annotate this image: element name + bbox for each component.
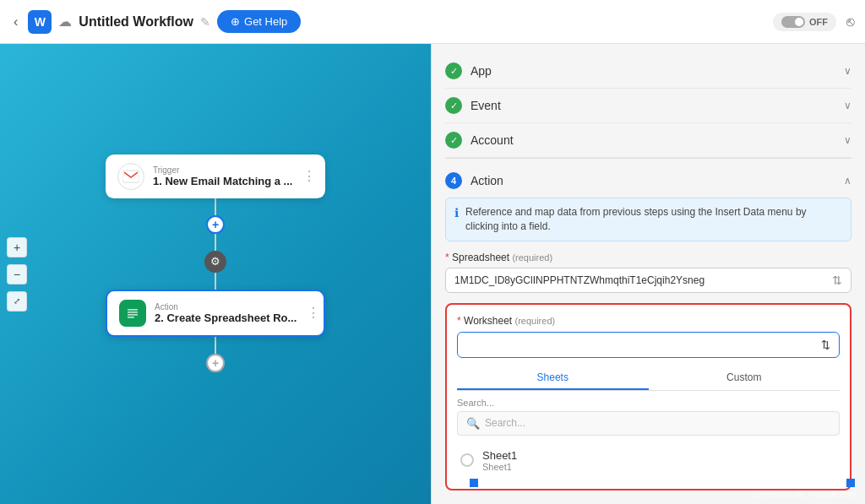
spreadsheet-field-group: * Spreadsheet (required) 1M1DC_ID8yGClIN… xyxy=(445,252,851,293)
watermark: Screenshot by Xnapper.com xyxy=(750,490,857,499)
app-check-icon: ✓ xyxy=(445,62,462,79)
search-section: 🔍 Search... xyxy=(457,411,840,436)
event-chevron-icon: ∨ xyxy=(844,100,851,111)
side-toolbar: + − ⤢ xyxy=(7,237,27,312)
search-label: Search... xyxy=(457,398,840,408)
svg-rect-2 xyxy=(128,309,138,311)
edit-icon[interactable]: ✎ xyxy=(200,15,210,29)
logo-icon: W xyxy=(28,10,52,34)
sheet-info: Sheet1 Sheet1 xyxy=(482,449,517,472)
spreadsheet-arrows-icon: ⇅ xyxy=(832,274,842,287)
action-header: 4 Action ∧ xyxy=(445,165,851,198)
back-button[interactable]: ‹ xyxy=(10,11,21,33)
worksheet-tabs: Sheets Custom xyxy=(457,366,840,391)
action-label: Action xyxy=(155,302,296,312)
spreadsheet-label-text: Spreadsheet xyxy=(452,252,509,263)
canvas-area: + − ⤢ Trigger 1. New Email Matc xyxy=(0,44,431,504)
workflow-nodes: Trigger 1. New Email Matching a ... ⋮ + … xyxy=(106,154,325,372)
action-node[interactable]: Action 2. Create Spreadsheet Ro... ⋮ xyxy=(106,290,325,337)
account-chevron-icon: ∨ xyxy=(844,134,851,146)
worksheet-value xyxy=(466,339,470,351)
add-step-button-1[interactable]: + xyxy=(206,215,225,234)
share-icon[interactable]: ⎋ xyxy=(846,14,855,30)
event-step-label: Event xyxy=(471,99,844,112)
worksheet-required-text: (required) xyxy=(515,316,556,326)
worksheet-label: * Worksheet (required) xyxy=(457,315,840,327)
action-icon xyxy=(119,300,146,327)
svg-rect-4 xyxy=(128,314,138,316)
search-icon: 🔍 xyxy=(466,417,480,430)
spreadsheet-value: 1M1DC_ID8yGClINPPHTNTZWhmqthiT1eCjqih2Ys… xyxy=(454,274,827,286)
connector-line-2 xyxy=(215,234,216,251)
add-step-button-2[interactable]: + xyxy=(206,354,225,372)
trigger-label: Trigger xyxy=(153,165,292,175)
account-check-icon: ✓ xyxy=(445,132,462,149)
sheet-item[interactable]: Sheet1 Sheet1 xyxy=(457,442,840,479)
svg-rect-3 xyxy=(128,312,138,313)
trigger-icon xyxy=(117,163,144,190)
trigger-node[interactable]: Trigger 1. New Email Matching a ... ⋮ xyxy=(106,154,325,198)
right-panel: ✓ App ∨ ✓ Event ∨ ✓ Account ∨ 4 Action xyxy=(431,44,865,504)
account-step-label: Account xyxy=(471,133,844,147)
svg-rect-5 xyxy=(128,317,134,318)
account-step-row[interactable]: ✓ Account ∨ xyxy=(445,123,851,158)
svg-rect-1 xyxy=(124,305,141,322)
connector-line-4 xyxy=(215,337,216,354)
worksheet-arrows-icon: ⇅ xyxy=(821,339,830,351)
info-box: ℹ Reference and map data from previous s… xyxy=(445,198,851,241)
spreadsheet-required-text: (required) xyxy=(512,252,552,263)
spreadsheet-input[interactable]: 1M1DC_ID8yGClINPPHTNTZWhmqthiT1eCjqih2Ys… xyxy=(445,268,851,293)
toggle-area[interactable]: OFF xyxy=(773,13,836,31)
trigger-node-text: Trigger 1. New Email Matching a ... xyxy=(153,165,292,187)
sheet-sub: Sheet1 xyxy=(482,462,517,472)
cloud-icon: ☁ xyxy=(58,14,72,30)
search-input[interactable]: Search... xyxy=(485,417,830,429)
trigger-menu-button[interactable]: ⋮ xyxy=(301,166,318,186)
trigger-title: 1. New Email Matching a ... xyxy=(153,175,292,187)
blue-accent-right xyxy=(846,479,855,487)
tab-sheets[interactable]: Sheets xyxy=(457,366,649,390)
event-step-row[interactable]: ✓ Event ∨ xyxy=(445,89,851,123)
top-bar: ‹ W ☁ Untitled Workflow ✎ ⊕ Get Help OFF… xyxy=(0,0,865,44)
tab-custom[interactable]: Custom xyxy=(649,366,841,390)
workflow-title: Untitled Workflow xyxy=(79,14,193,30)
worksheet-label-text: Worksheet xyxy=(464,315,512,327)
action-menu-button[interactable]: ⋮ xyxy=(305,303,322,322)
top-bar-right: OFF ⎋ xyxy=(773,13,855,31)
action-title: 2. Create Spreadsheet Ro... xyxy=(155,312,296,324)
top-bar-left: ‹ W ☁ Untitled Workflow ✎ ⊕ Get Help xyxy=(10,10,773,34)
ws-required-asterisk: * xyxy=(457,315,464,327)
action-section: 4 Action ∧ ℹ Reference and map data from… xyxy=(445,158,851,490)
fit-button[interactable]: ⤢ xyxy=(7,291,27,312)
action-number: 4 xyxy=(445,172,462,189)
required-asterisk: * xyxy=(445,252,452,263)
zoom-in-button[interactable]: + xyxy=(7,237,27,257)
app-step-row[interactable]: ✓ App ∨ xyxy=(445,54,851,89)
canvas-background: + − ⤢ Trigger 1. New Email Matc xyxy=(0,44,431,504)
event-check-icon: ✓ xyxy=(445,97,462,114)
blue-accent-left xyxy=(470,479,478,487)
toggle-label: OFF xyxy=(809,17,828,27)
app-chevron-icon: ∨ xyxy=(844,65,851,77)
worksheet-input[interactable]: ⇅ xyxy=(457,332,840,358)
zoom-out-button[interactable]: − xyxy=(7,264,27,285)
get-help-button[interactable]: ⊕ Get Help xyxy=(217,10,301,33)
sheet-name: Sheet1 xyxy=(482,449,517,462)
get-help-label: Get Help xyxy=(244,15,287,28)
connector-line-3 xyxy=(215,273,216,290)
action-step-label: Action xyxy=(471,174,844,187)
app-step-label: App xyxy=(471,64,844,78)
action-chevron-icon: ∧ xyxy=(844,175,851,187)
action-node-text: Action 2. Create Spreadsheet Ro... xyxy=(155,302,296,324)
spreadsheet-label: * Spreadsheet (required) xyxy=(445,252,851,263)
right-panel-inner: ✓ App ∨ ✓ Event ∨ ✓ Account ∨ 4 Action xyxy=(432,44,865,501)
toggle-switch[interactable] xyxy=(781,16,805,28)
main-content: + − ⤢ Trigger 1. New Email Matc xyxy=(0,44,865,504)
settings-button[interactable]: ⚙ xyxy=(204,251,226,273)
info-icon: ℹ xyxy=(454,206,459,219)
info-box-text: Reference and map data from previous ste… xyxy=(465,205,842,234)
get-help-icon: ⊕ xyxy=(231,15,240,28)
worksheet-section: * Worksheet (required) ⇅ Sheets Custom xyxy=(445,303,851,490)
sheet-radio[interactable] xyxy=(460,453,474,467)
connector-line-1 xyxy=(215,198,216,215)
